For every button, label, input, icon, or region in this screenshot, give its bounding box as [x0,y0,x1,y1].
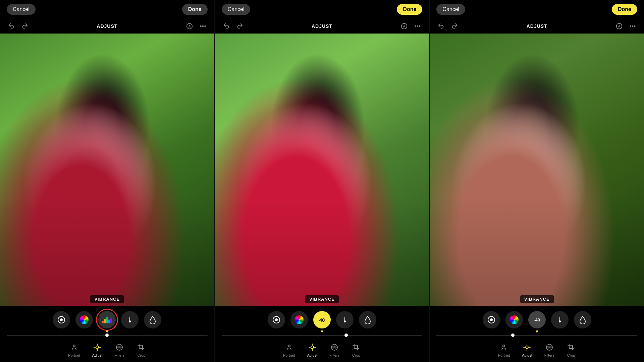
top-bar-1: Cancel Done [0,0,214,19]
portrait-icon-3 [499,343,508,352]
nav-crop-1[interactable]: Crop [137,343,146,359]
svg-point-3 [202,26,203,27]
done-button-1[interactable]: Done [182,4,208,15]
photo-area-3: VIBRANCE [430,34,644,306]
svg-point-47 [549,346,552,349]
svg-point-38 [559,320,561,322]
tint-btn-wrapper-1 [144,311,161,328]
vibrance-button-2[interactable]: 40 [313,311,331,328]
toolbar-left-icons-3 [436,21,459,31]
crop-icon-2 [352,343,361,352]
color-wheel-icon-2 [295,315,304,324]
auto-icon-1[interactable]: A [185,21,194,31]
nav-portrait-1[interactable]: Portrait [68,343,80,359]
nav-adjust-1[interactable]: Adjust [92,343,103,359]
redo-icon-1[interactable] [20,21,30,31]
auto-icon-3[interactable]: A [614,21,624,31]
vibrance-label-2: VIBRANCE [305,295,339,303]
nav-adjust-3[interactable]: Adjust [522,343,532,359]
portrait-label-1: Portrait [68,353,80,357]
wb-button-3[interactable] [551,311,569,328]
slider-thumb-1[interactable] [105,334,109,337]
undo-icon-3[interactable] [436,21,446,31]
exposure-button-3[interactable] [483,311,500,328]
tint-button-3[interactable] [574,311,591,328]
top-bar-3: Cancel Done [430,0,644,19]
cancel-button-2[interactable]: Cancel [222,4,251,15]
bottom-nav-2: Portrait Adjust [215,340,429,361]
droplet-icon-2 [364,316,371,324]
controls-area-2: 40 [215,306,429,362]
vibrance-value-2: 40 [319,317,325,323]
toolbar-right-icons-1: A [185,21,208,31]
thermometer-icon-1 [126,316,133,323]
slider-indicator-1 [106,330,108,333]
nav-filters-1[interactable]: Filters [114,343,124,359]
photo-area-1: VIBRANCE [0,34,214,306]
svg-point-15 [119,346,122,349]
tint-button-1[interactable] [144,311,161,328]
wb-btn-wrapper-3 [551,311,569,328]
color-button-3[interactable] [505,311,523,328]
nav-portrait-2[interactable]: Portrait [283,343,295,359]
nav-portrait-3[interactable]: Portrait [498,343,510,359]
nav-filters-3[interactable]: Filters [544,343,554,359]
cancel-button-3[interactable]: Cancel [436,4,465,15]
redo-icon-3[interactable] [450,21,459,31]
photo-image-1 [0,34,214,306]
done-button-2[interactable]: Done [397,4,422,15]
crop-icon-1 [137,343,146,352]
filters-icon-3 [545,343,554,352]
auto-icon-2[interactable]: A [399,21,409,31]
photo-image-2 [215,34,429,306]
cancel-button-1[interactable]: Cancel [7,4,36,15]
droplet-icon-1 [149,316,156,324]
exposure-button-1[interactable] [53,311,70,328]
wb-button-2[interactable] [336,311,354,328]
droplet-icon-3 [579,316,586,324]
exposure-icon-1 [58,316,65,323]
svg-point-19 [417,26,418,27]
filters-icon-2 [330,343,339,352]
vibrance-button-3[interactable]: -40 [528,311,546,328]
photo-area-2: VIBRANCE [215,34,429,306]
vibrance-button-1[interactable] [98,311,116,328]
nav-filters-2[interactable]: Filters [329,343,339,359]
more-icon-2[interactable] [413,21,422,31]
vibrance-btn-wrapper-1 [98,311,116,328]
toolbar-row-3: ADJUST A [430,19,644,34]
color-button-1[interactable] [75,311,93,328]
adjust-label-2: Adjust [307,353,317,357]
more-icon-1[interactable] [198,21,208,31]
portrait-label-2: Portrait [283,353,295,357]
adj-icons-row-2: 40 [215,310,429,330]
redo-icon-2[interactable] [235,21,245,31]
svg-point-2 [200,26,201,27]
svg-point-24 [311,346,314,349]
color-button-2[interactable] [290,311,308,328]
nav-crop-2[interactable]: Crop [352,343,361,359]
tint-btn-wrapper-3 [574,311,591,328]
tint-button-2[interactable] [359,311,376,328]
panels-container: Cancel Done ADJUST A [0,0,644,362]
slider-thumb-3[interactable] [511,334,515,337]
vibrance-label-1: VIBRANCE [90,295,124,303]
slider-thumb-2[interactable] [344,334,348,337]
undo-icon-2[interactable] [222,21,231,31]
svg-point-7 [73,345,75,347]
portrait-icon-1 [69,343,79,352]
svg-point-40 [526,346,528,349]
nav-crop-3[interactable]: Crop [567,343,576,359]
slider-track-3[interactable] [436,335,637,336]
slider-track-2[interactable] [222,335,423,336]
svg-point-23 [288,345,290,347]
done-button-3[interactable]: Done [612,4,637,15]
nav-adjust-2[interactable]: Adjust [307,343,317,359]
exposure-button-2[interactable] [268,311,285,328]
undo-icon-1[interactable] [7,21,16,31]
more-icon-3[interactable] [628,21,637,31]
adj-icons-row-3: -40 [430,310,644,330]
wb-button-1[interactable] [121,311,139,328]
svg-point-36 [634,26,635,27]
slider-track-1[interactable] [7,335,208,336]
